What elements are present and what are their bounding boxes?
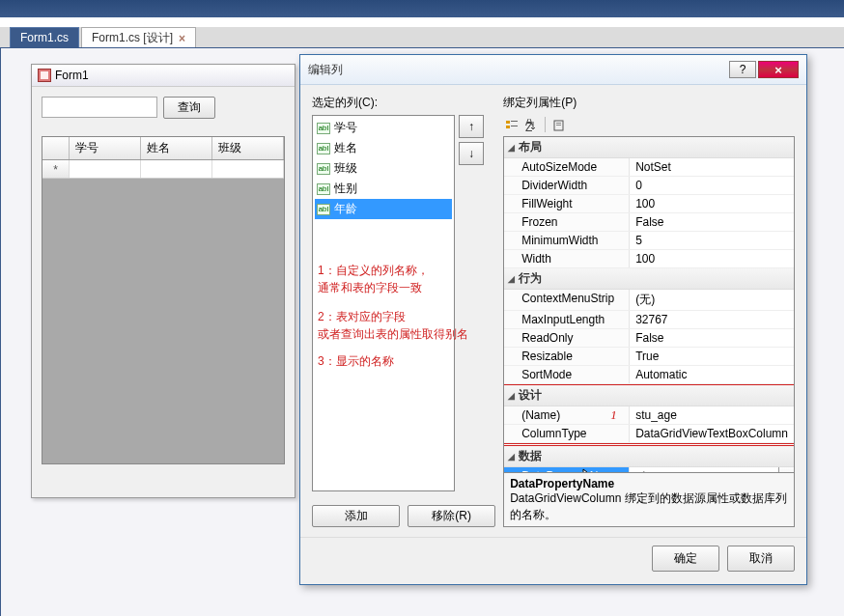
property-row-columntype[interactable]: ColumnTypeDataGridViewTextBoxColumn (504, 425, 794, 443)
list-item[interactable]: abl性别 (315, 179, 452, 199)
category-data[interactable]: ◢数据 (504, 446, 794, 467)
list-item[interactable]: abl姓名 (315, 138, 452, 158)
annotation-3: 3：显示的名称 (318, 352, 394, 370)
property-row[interactable]: AutoSizeModeNotSet (504, 158, 794, 177)
tab-label: Form1.cs [设计] (92, 30, 173, 46)
annotation-marker: 1 (610, 407, 617, 423)
property-row[interactable]: Width100 (504, 250, 794, 268)
svg-rect-3 (511, 126, 518, 126)
property-row[interactable]: SortModeAutomatic (504, 366, 794, 384)
property-description: DataPropertyName DataGridViewColumn 绑定到的… (503, 473, 795, 527)
ok-button[interactable]: 确定 (652, 546, 719, 572)
form1-titlebar: Form1 (32, 65, 295, 87)
column-icon: abl (317, 123, 330, 134)
property-row[interactable]: ReadOnlyFalse (504, 329, 794, 348)
grid-col-header[interactable]: 班级 (212, 137, 284, 159)
list-item[interactable]: abl年龄 (315, 199, 452, 219)
close-icon[interactable]: × (179, 32, 185, 45)
annotation-1: 1：自定义的列名称， 通常和表的字段一致 (318, 262, 429, 296)
property-row[interactable]: ResizableTrue (504, 348, 794, 366)
grid-cell[interactable] (70, 160, 141, 178)
tab-label: Form1.cs (20, 31, 69, 44)
move-up-button[interactable]: ↑ (459, 115, 484, 138)
grid-corner (42, 137, 70, 159)
dialog-footer: 确定 取消 (300, 537, 806, 579)
add-button[interactable]: 添加 (312, 505, 400, 527)
document-tabs: Form1.cs Form1.cs [设计] × (10, 27, 198, 48)
categorized-icon[interactable] (503, 117, 520, 134)
property-row[interactable]: FrozenFalse (504, 213, 794, 232)
form1-designer-window: Form1 查询 学号 姓名 班级 * (31, 64, 295, 498)
columns-listbox[interactable]: abl学号 abl姓名 abl班级 abl性别 abl年龄 (312, 115, 455, 491)
collapse-icon: ◢ (508, 391, 515, 401)
svg-rect-8 (556, 125, 561, 126)
remove-button[interactable]: 移除(R) (408, 505, 495, 527)
collapse-icon: ◢ (508, 274, 515, 284)
svg-rect-7 (556, 123, 561, 124)
property-desc-body: DataGridViewColumn 绑定到的数据源属性或数据库列的名称。 (510, 490, 788, 523)
grid-cell[interactable] (141, 160, 212, 178)
svg-rect-2 (506, 126, 510, 128)
form1-title-text: Form1 (55, 69, 89, 82)
property-row[interactable]: ContextMenuStrip(无) (504, 290, 794, 311)
collapse-icon: ◢ (508, 143, 515, 153)
column-icon: abl (317, 143, 330, 154)
collapse-icon: ◢ (508, 452, 515, 462)
annotation-2: 2：表对应的字段 或者查询出表的属性取得别名 (318, 308, 468, 343)
svg-text:Z: Z (525, 121, 532, 132)
category-design[interactable]: ◢设计 (504, 385, 794, 406)
svg-rect-1 (511, 121, 518, 122)
alphabetical-icon[interactable]: AZ (522, 117, 540, 134)
svg-rect-0 (506, 121, 510, 124)
dialog-title-text: 编辑列 (308, 62, 729, 78)
property-toolbar: AZ (503, 115, 795, 136)
close-button[interactable]: × (758, 61, 799, 78)
query-button[interactable]: 查询 (163, 97, 215, 119)
category-behavior[interactable]: ◢行为 (504, 268, 794, 290)
selected-columns-label: 选定的列(C): (312, 95, 495, 111)
grid-header: 学号 姓名 班级 (42, 137, 284, 160)
grid-new-row: * (42, 160, 284, 179)
category-layout[interactable]: ◢布局 (504, 137, 794, 158)
grid-cell[interactable] (212, 160, 284, 178)
property-row[interactable]: DividerWidth0 (504, 177, 794, 195)
property-row[interactable]: FillWeight100 (504, 195, 794, 213)
column-icon: abl (317, 204, 330, 215)
property-grid-label: 绑定列属性(P) (503, 95, 795, 111)
properties-icon[interactable] (550, 117, 568, 134)
property-desc-title: DataPropertyName (510, 477, 788, 490)
grid-col-header[interactable]: 学号 (70, 137, 141, 159)
arrow-up-icon: ↑ (468, 120, 474, 133)
move-down-button[interactable]: ↓ (459, 142, 484, 165)
arrow-down-icon: ↓ (468, 147, 474, 160)
property-row[interactable]: MaxInputLength32767 (504, 311, 794, 329)
tab-form1-design[interactable]: Form1.cs [设计] × (81, 27, 196, 48)
form-icon (38, 69, 51, 82)
property-grid-panel: 绑定列属性(P) AZ ◢布局 AutoSizeModeNotSet Divid… (503, 95, 795, 527)
list-item[interactable]: abl学号 (315, 118, 452, 138)
list-item[interactable]: abl班级 (315, 158, 452, 179)
data-grid[interactable]: 学号 姓名 班级 * (42, 136, 285, 464)
edit-columns-dialog: 编辑列 ? × 选定的列(C): abl学号 abl姓名 abl班级 abl性别… (299, 54, 807, 585)
tab-form1-cs[interactable]: Form1.cs (10, 27, 79, 48)
property-row-name[interactable]: (Name) stu_age 1 (504, 406, 794, 425)
column-icon: abl (317, 163, 330, 175)
cancel-button[interactable]: 取消 (727, 546, 795, 572)
property-row[interactable]: MinimumWidth5 (504, 232, 794, 250)
grid-col-header[interactable]: 姓名 (141, 137, 212, 159)
help-button[interactable]: ? (729, 61, 756, 78)
dialog-titlebar[interactable]: 编辑列 ? × (300, 55, 806, 85)
search-input[interactable] (42, 97, 157, 118)
property-grid[interactable]: ◢布局 AutoSizeModeNotSet DividerWidth0 Fil… (503, 136, 795, 473)
column-icon: abl (317, 183, 330, 195)
row-marker: * (42, 160, 70, 178)
